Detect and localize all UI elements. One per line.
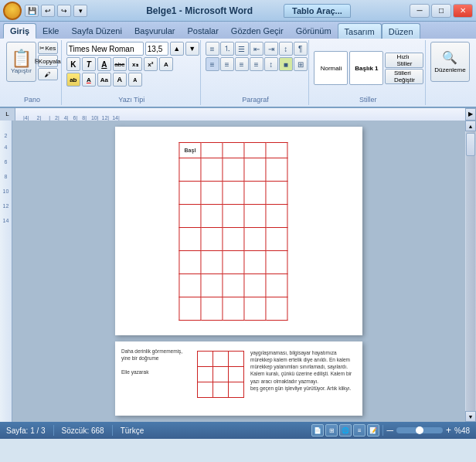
italic-button[interactable]: T xyxy=(82,57,96,71)
table-cell xyxy=(198,382,213,398)
scroll-up-button[interactable]: ▲ xyxy=(465,121,476,131)
font-size-input[interactable] xyxy=(145,42,168,56)
font-size-down-button[interactable]: ▼ xyxy=(185,42,199,56)
duzenleme-button[interactable]: 🔍 Düzenleme xyxy=(430,42,470,82)
para-align-row: ≡ ≡ ≡ ≡ ↕ ■ ⊞ xyxy=(206,57,308,71)
font-size-up-button[interactable]: ▲ xyxy=(170,42,184,56)
scroll-right-button[interactable]: ▶ xyxy=(465,108,476,121)
hizli-stiller-button[interactable]: HızlıStiller xyxy=(385,53,423,68)
align-left-button[interactable]: ≡ xyxy=(206,57,219,71)
shading-button[interactable]: ■ xyxy=(279,57,293,71)
bullets-button[interactable]: ≡ xyxy=(206,42,219,56)
font-color-row: ab A Aa A A xyxy=(66,73,142,87)
web-layout-button[interactable]: 🌐 xyxy=(339,424,352,437)
table-cell xyxy=(244,143,266,158)
table-cell xyxy=(213,352,229,367)
page-2: Daha derinlik görmememiş, yine bir doğru… xyxy=(115,341,362,416)
save-button[interactable]: 💾 xyxy=(25,5,39,17)
draft-button[interactable]: 📝 xyxy=(367,424,379,437)
strikethrough-button[interactable]: abc xyxy=(113,57,127,71)
copy-button[interactable]: ⎘ Kopyala xyxy=(38,55,58,67)
tab-basvurular[interactable]: Başvurular xyxy=(128,23,182,39)
office-button[interactable] xyxy=(3,2,22,20)
scroll-down-button[interactable]: ▼ xyxy=(465,411,476,422)
zoom-thumb[interactable] xyxy=(416,426,423,434)
stiller-degistir-button[interactable]: StilleriDeğiştir xyxy=(385,69,423,84)
paste-icon: 📋 xyxy=(11,50,32,67)
undo-button[interactable]: ↩ xyxy=(41,5,55,17)
clear-format-button[interactable]: A xyxy=(159,57,173,71)
superscript-button[interactable]: x² xyxy=(144,57,158,71)
paste-button[interactable]: 📋 Yapıştır xyxy=(6,42,36,82)
maximize-button[interactable]: □ xyxy=(431,4,451,18)
page2-table[interactable] xyxy=(197,351,244,398)
window-title: Belge1 - Microsoft Word Tablo Araç... xyxy=(87,5,410,16)
table-header-cell: Başl xyxy=(179,143,201,158)
table-cell xyxy=(223,251,244,274)
qs-customize-button[interactable]: ▾ xyxy=(73,5,87,17)
align-center-button[interactable]: ≡ xyxy=(220,57,234,71)
scroll-thumb[interactable] xyxy=(466,133,475,156)
subscript-button[interactable]: x₂ xyxy=(128,57,142,71)
main-table[interactable]: Başl xyxy=(178,142,287,321)
close-button[interactable]: ✕ xyxy=(453,4,473,18)
bold-button[interactable]: K xyxy=(66,57,80,71)
tab-gorunum[interactable]: Görünüm xyxy=(290,23,338,39)
table-row xyxy=(179,182,287,205)
change-case-button[interactable]: Aa xyxy=(97,73,111,87)
text-highlight-button[interactable]: ab xyxy=(66,73,80,87)
format-painter-button[interactable]: 🖌 xyxy=(38,68,58,80)
numbering-button[interactable]: ⒈ xyxy=(220,42,234,56)
font-name-input[interactable] xyxy=(66,42,144,56)
cut-button[interactable]: ✂ Kes xyxy=(38,42,58,54)
tablo-arac-tab[interactable]: Tablo Araç... xyxy=(284,4,351,18)
tab-tasarim[interactable]: Tasarım xyxy=(338,23,382,39)
increase-indent-button[interactable]: ⇥ xyxy=(264,42,278,56)
zoom-slider[interactable] xyxy=(396,427,443,433)
print-layout-button[interactable]: 📄 xyxy=(311,424,324,437)
multilevel-button[interactable]: ☰ xyxy=(235,42,249,56)
style-normal-box[interactable]: Normali xyxy=(314,51,348,85)
minimize-button[interactable]: ─ xyxy=(410,4,430,18)
tab-ekle[interactable]: Ekle xyxy=(36,23,65,39)
zoom-plus-button[interactable]: + xyxy=(446,425,451,436)
font-color-button[interactable]: A xyxy=(82,73,96,87)
table-cell xyxy=(244,205,266,228)
table-row xyxy=(179,205,287,228)
underline-button[interactable]: A xyxy=(97,57,111,71)
tab-sayfa-duzeni[interactable]: Sayfa Düzeni xyxy=(65,23,128,39)
editing-icon: 🔍 xyxy=(442,50,457,65)
tab-giris[interactable]: Giriş xyxy=(3,23,36,39)
status-separator xyxy=(382,425,383,436)
table-cell xyxy=(229,367,244,382)
show-hide-button[interactable]: ¶ xyxy=(294,42,308,56)
ruler-corner[interactable]: L xyxy=(0,108,15,121)
editing-group-content: 🔍 Düzenleme xyxy=(430,42,470,102)
full-screen-button[interactable]: ⊞ xyxy=(325,424,338,437)
table-cell xyxy=(201,251,223,274)
title-bar-left: 💾 ↩ ↪ ▾ xyxy=(3,2,87,20)
font-shrink-button[interactable]: A xyxy=(128,73,142,87)
justify-button[interactable]: ≡ xyxy=(250,57,264,71)
line-spacing-button[interactable]: ↕ xyxy=(264,57,278,71)
clipboard-small-buttons: ✂ Kes ⎘ Kopyala 🖌 xyxy=(38,42,58,80)
font-format-row: K T A abc x₂ x² A xyxy=(66,57,173,71)
table-cell xyxy=(266,182,287,205)
font-grow-button[interactable]: A xyxy=(113,73,127,87)
decrease-indent-button[interactable]: ⇤ xyxy=(250,42,264,56)
style-heading1-box[interactable]: Başlık 1 xyxy=(349,51,383,85)
sort-button[interactable]: ↕ xyxy=(279,42,293,56)
tab-postalar[interactable]: Postalar xyxy=(182,23,225,39)
tab-duzen[interactable]: Düzen xyxy=(382,23,420,39)
tab-gozden-gecir[interactable]: Gözden Geçir xyxy=(225,23,290,39)
borders-button[interactable]: ⊞ xyxy=(294,57,308,71)
redo-button[interactable]: ↪ xyxy=(57,5,71,17)
outline-button[interactable]: ≡ xyxy=(353,424,366,437)
clipboard-group-content: 📋 Yapıştır ✂ Kes ⎘ Kopyala 🖌 xyxy=(6,42,58,94)
zoom-minus-button[interactable]: ─ xyxy=(386,425,393,436)
align-right-button[interactable]: ≡ xyxy=(235,57,249,71)
scroll-track[interactable] xyxy=(466,131,475,411)
table-cell xyxy=(201,182,223,205)
table-cell xyxy=(201,143,223,158)
status-bar: Sayfa: 1 / 3 Sözcük: 668 Türkçe 📄 ⊞ 🌐 ≡ … xyxy=(0,422,476,439)
